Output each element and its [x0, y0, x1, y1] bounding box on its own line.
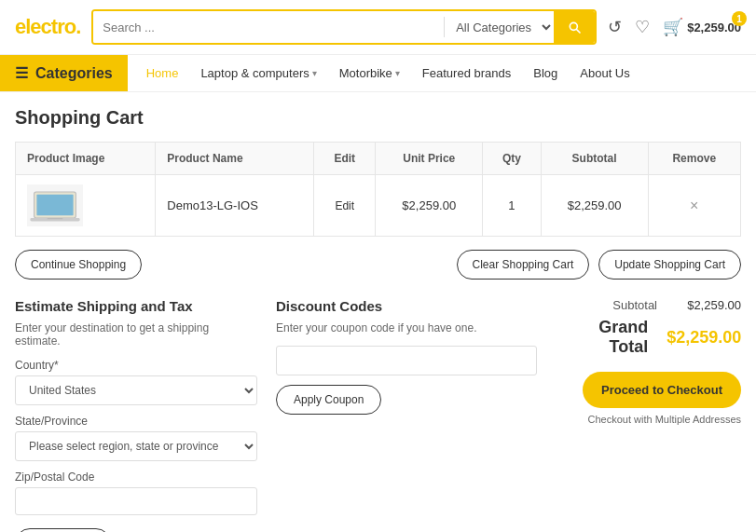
- product-price-cell: $2,259.00: [376, 175, 483, 237]
- nav-link-laptop[interactable]: Laptop & computers ▾: [191, 55, 325, 91]
- cart-icon: 🛒: [663, 17, 683, 37]
- nav-link-about[interactable]: About Us: [570, 55, 639, 91]
- header: electro. All Categories ↺ ♡ 🛒 1 $2,259.0…: [0, 0, 756, 55]
- checkout-button[interactable]: Proceed to Checkout: [583, 372, 741, 408]
- edit-link[interactable]: Edit: [335, 199, 354, 212]
- product-image-cell: [16, 175, 156, 237]
- zip-input[interactable]: [15, 487, 257, 515]
- svg-rect-1: [36, 194, 73, 214]
- search-button[interactable]: [554, 11, 595, 43]
- navigation: ☰ Categories Home Laptop & computers ▾ M…: [0, 55, 756, 92]
- checkout-alt-link[interactable]: Checkout with Multiple Addresses: [556, 414, 741, 425]
- col-unit-price: Unit Price: [376, 143, 483, 175]
- discount-section: Discount Codes Enter your coupon code if…: [276, 298, 537, 532]
- state-label: State/Province: [15, 415, 257, 428]
- subtotal-row: Subtotal $2,259.00: [556, 298, 741, 312]
- product-subtotal-cell: $2,259.00: [541, 175, 648, 237]
- nav-categories-label: Categories: [35, 65, 113, 82]
- col-qty: Qty: [483, 143, 541, 175]
- state-select[interactable]: Please select region, state or province: [15, 431, 257, 461]
- remove-button[interactable]: ×: [690, 198, 698, 214]
- coupon-input[interactable]: [276, 346, 537, 375]
- cart-actions: Continue Shopping Clear Shopping Cart Up…: [15, 250, 741, 280]
- logo[interactable]: electro.: [15, 15, 80, 39]
- col-edit: Edit: [314, 143, 376, 175]
- chevron-down-icon: ▾: [312, 68, 317, 78]
- zip-label: Zip/Postal Code: [15, 471, 257, 484]
- grand-total-row: Grand Total $2,259.00: [556, 318, 741, 357]
- page-title: Shopping Cart: [15, 107, 741, 129]
- shipping-desc: Enter your destination to get a shipping…: [15, 321, 257, 348]
- search-category-select[interactable]: All Categories: [445, 11, 554, 43]
- clear-cart-button[interactable]: Clear Shopping Cart: [457, 250, 590, 280]
- col-subtotal: Subtotal: [541, 143, 648, 175]
- logo-dot: .: [76, 15, 80, 38]
- shipping-section: Estimate Shipping and Tax Enter your des…: [15, 298, 257, 532]
- laptop-image: [29, 187, 81, 225]
- search-input[interactable]: [93, 11, 444, 43]
- chevron-down-icon: ▾: [395, 68, 400, 78]
- get-quote-button[interactable]: Get a Quote: [15, 528, 111, 532]
- col-product-image: Product Image: [16, 143, 156, 175]
- country-label: Country*: [15, 359, 257, 372]
- apply-coupon-button[interactable]: Apply Coupon: [276, 385, 381, 415]
- nav-link-home[interactable]: Home: [137, 55, 188, 91]
- product-edit-cell: Edit: [314, 175, 376, 237]
- discount-desc: Enter your coupon code if you have one.: [276, 321, 537, 334]
- product-image: [27, 184, 83, 226]
- page-content: Shopping Cart Product Image Product Name…: [0, 92, 756, 532]
- nav-categories-button[interactable]: ☰ Categories: [0, 55, 128, 91]
- search-bar: All Categories: [91, 9, 597, 45]
- refresh-icon[interactable]: ↺: [608, 17, 622, 37]
- product-qty-cell: 1: [483, 175, 541, 237]
- product-name-cell: Demo13-LG-IOS: [156, 175, 314, 237]
- search-icon: [567, 20, 582, 34]
- col-remove: Remove: [648, 143, 740, 175]
- hamburger-icon: ☰: [15, 64, 28, 82]
- summary-section: Subtotal $2,259.00 Grand Total $2,259.00…: [556, 298, 741, 532]
- checkout-area: Proceed to Checkout Checkout with Multip…: [556, 362, 741, 425]
- shipping-title: Estimate Shipping and Tax: [15, 298, 257, 314]
- subtotal-value: $2,259.00: [676, 298, 741, 312]
- cart-action-right: Clear Shopping Cart Update Shopping Cart: [457, 250, 741, 280]
- nav-link-featured[interactable]: Featured brands: [413, 55, 520, 91]
- heart-icon[interactable]: ♡: [635, 17, 650, 37]
- cart-table: Product Image Product Name Edit Unit Pri…: [15, 142, 741, 237]
- grand-total-value: $2,259.00: [667, 328, 741, 348]
- grand-total-label: Grand Total: [556, 318, 648, 357]
- nav-link-motorbike[interactable]: Motorbike ▾: [330, 55, 409, 91]
- cart-icon-wrap[interactable]: 🛒 1 $2,259.00: [663, 17, 741, 37]
- nav-link-blog[interactable]: Blog: [524, 55, 567, 91]
- bottom-section: Estimate Shipping and Tax Enter your des…: [15, 298, 741, 532]
- table-row: Demo13-LG-IOS Edit $2,259.00 1 $2,259.00…: [16, 175, 741, 237]
- country-select[interactable]: United States: [15, 375, 257, 405]
- logo-text: electro: [15, 15, 76, 38]
- header-icons: ↺ ♡ 🛒 1 $2,259.00: [608, 17, 741, 37]
- continue-shopping-button[interactable]: Continue Shopping: [15, 250, 142, 280]
- svg-rect-3: [48, 217, 63, 218]
- subtotal-label: Subtotal: [612, 298, 657, 312]
- discount-title: Discount Codes: [276, 298, 537, 314]
- product-remove-cell: ×: [648, 175, 740, 237]
- update-cart-button[interactable]: Update Shopping Cart: [598, 250, 741, 280]
- cart-badge: 1: [732, 11, 747, 26]
- nav-links: Home Laptop & computers ▾ Motorbike ▾ Fe…: [128, 55, 649, 91]
- col-product-name: Product Name: [156, 143, 314, 175]
